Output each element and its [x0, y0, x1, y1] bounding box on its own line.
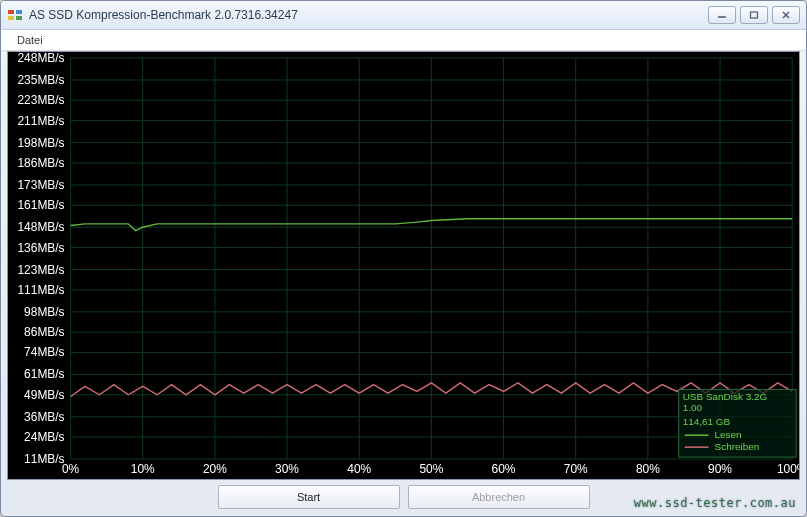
svg-text:74MB/s: 74MB/s	[24, 345, 65, 359]
svg-text:Schreiben: Schreiben	[715, 441, 760, 452]
svg-rect-3	[16, 16, 22, 20]
svg-text:36MB/s: 36MB/s	[24, 410, 65, 424]
svg-text:223MB/s: 223MB/s	[17, 93, 64, 107]
svg-text:40%: 40%	[347, 462, 371, 476]
chart-area: 11MB/s24MB/s36MB/s49MB/s61MB/s74MB/s86MB…	[7, 51, 800, 480]
svg-text:10%: 10%	[131, 462, 155, 476]
svg-text:98MB/s: 98MB/s	[24, 305, 65, 319]
svg-text:86MB/s: 86MB/s	[24, 325, 65, 339]
svg-text:90%: 90%	[708, 462, 732, 476]
cancel-button: Abbrechen	[408, 485, 590, 509]
svg-text:235MB/s: 235MB/s	[17, 73, 64, 87]
svg-text:11MB/s: 11MB/s	[24, 452, 65, 466]
svg-text:148MB/s: 148MB/s	[17, 220, 64, 234]
svg-text:49MB/s: 49MB/s	[24, 388, 65, 402]
window-controls	[708, 6, 800, 24]
svg-text:0%: 0%	[62, 462, 80, 476]
maximize-button[interactable]	[740, 6, 768, 24]
svg-text:111MB/s: 111MB/s	[17, 283, 64, 297]
svg-rect-0	[8, 10, 14, 14]
svg-text:20%: 20%	[203, 462, 227, 476]
svg-text:123MB/s: 123MB/s	[17, 263, 64, 277]
svg-text:211MB/s: 211MB/s	[17, 114, 64, 128]
window-title: AS SSD Kompression-Benchmark 2.0.7316.34…	[29, 8, 708, 22]
svg-text:1.00: 1.00	[683, 402, 703, 413]
svg-text:Lesen: Lesen	[715, 429, 742, 440]
close-button[interactable]	[772, 6, 800, 24]
svg-text:198MB/s: 198MB/s	[17, 136, 64, 150]
svg-text:70%: 70%	[564, 462, 588, 476]
titlebar[interactable]: AS SSD Kompression-Benchmark 2.0.7316.34…	[1, 1, 806, 30]
svg-text:61MB/s: 61MB/s	[24, 367, 65, 381]
svg-text:136MB/s: 136MB/s	[17, 241, 64, 255]
svg-text:24MB/s: 24MB/s	[24, 430, 65, 444]
svg-text:60%: 60%	[492, 462, 516, 476]
svg-rect-1	[16, 10, 22, 14]
benchmark-chart: 11MB/s24MB/s36MB/s49MB/s61MB/s74MB/s86MB…	[8, 52, 799, 479]
start-button[interactable]: Start	[218, 485, 400, 509]
svg-text:80%: 80%	[636, 462, 660, 476]
svg-rect-2	[8, 16, 14, 20]
menu-file[interactable]: Datei	[9, 32, 51, 48]
svg-text:100%: 100%	[777, 462, 799, 476]
app-icon	[7, 7, 23, 23]
svg-rect-5	[751, 12, 758, 18]
watermark: www.ssd-tester.com.au	[634, 496, 796, 510]
menubar: Datei	[1, 30, 806, 51]
svg-text:114,61 GB: 114,61 GB	[683, 416, 731, 427]
svg-text:161MB/s: 161MB/s	[17, 198, 64, 212]
svg-text:248MB/s: 248MB/s	[17, 52, 64, 65]
svg-text:173MB/s: 173MB/s	[17, 178, 64, 192]
svg-text:50%: 50%	[419, 462, 443, 476]
app-window: AS SSD Kompression-Benchmark 2.0.7316.34…	[0, 0, 807, 517]
svg-text:USB  SanDisk 3.2G: USB SanDisk 3.2G	[683, 391, 768, 402]
svg-text:186MB/s: 186MB/s	[17, 156, 64, 170]
svg-text:30%: 30%	[275, 462, 299, 476]
minimize-button[interactable]	[708, 6, 736, 24]
